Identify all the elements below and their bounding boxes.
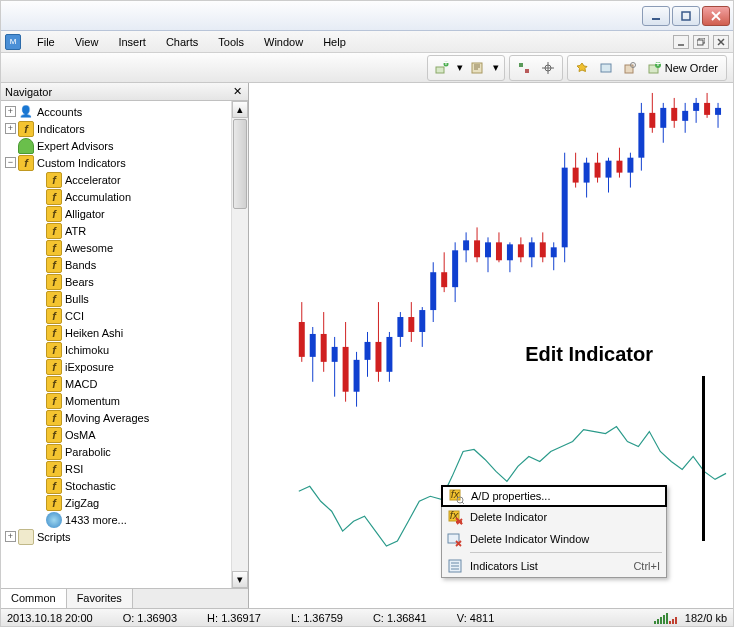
tree-item-bands[interactable]: fBands bbox=[1, 256, 248, 273]
tree-label: Bulls bbox=[65, 293, 89, 305]
menu-view[interactable]: View bbox=[65, 33, 109, 51]
tree-item-macd[interactable]: fMACD bbox=[1, 375, 248, 392]
expand-icon[interactable]: + bbox=[5, 106, 16, 117]
tree-item-osma[interactable]: fOsMA bbox=[1, 426, 248, 443]
tree-indicators[interactable]: +fIndicators bbox=[1, 120, 248, 137]
chart-area[interactable]: Edit Indicator fx A/D properties... fx D… bbox=[249, 83, 733, 608]
tree-item-bulls[interactable]: fBulls bbox=[1, 290, 248, 307]
svg-rect-13 bbox=[519, 63, 523, 67]
tree-scripts[interactable]: +Scripts bbox=[1, 528, 248, 545]
navigator-close-button[interactable]: ✕ bbox=[230, 85, 244, 99]
tree-item-cci[interactable]: fCCI bbox=[1, 307, 248, 324]
navigator-tab-common[interactable]: Common bbox=[1, 589, 67, 608]
navigator-tree[interactable]: +👤Accounts+fIndicatorsExpert Advisors−fC… bbox=[1, 101, 248, 588]
toolbar-strategy-button[interactable] bbox=[619, 58, 641, 78]
toolbar-expert-button[interactable] bbox=[571, 58, 593, 78]
svg-rect-35 bbox=[354, 360, 360, 392]
tree-item-awesome[interactable]: fAwesome bbox=[1, 239, 248, 256]
menu-bar: M File View Insert Charts Tools Window H… bbox=[1, 31, 733, 53]
tree-item-ichimoku[interactable]: fIchimoku bbox=[1, 341, 248, 358]
tree-label: iExposure bbox=[65, 361, 114, 373]
tree-more[interactable]: 1433 more... bbox=[1, 511, 248, 528]
scroll-up-button[interactable]: ▴ bbox=[232, 101, 248, 118]
svg-rect-43 bbox=[397, 317, 403, 337]
window-maximize-button[interactable] bbox=[672, 6, 700, 26]
toolbar-crosshair-button[interactable] bbox=[537, 58, 559, 78]
mdi-close-button[interactable] bbox=[713, 35, 729, 49]
menu-file[interactable]: File bbox=[27, 33, 65, 51]
expand-icon[interactable]: − bbox=[5, 157, 16, 168]
svg-rect-101 bbox=[715, 108, 721, 115]
menu-insert[interactable]: Insert bbox=[108, 33, 156, 51]
window-minimize-button[interactable] bbox=[642, 6, 670, 26]
toolbar-terminal-button[interactable] bbox=[595, 58, 617, 78]
tree-label: ATR bbox=[65, 225, 86, 237]
svg-line-105 bbox=[462, 502, 464, 504]
globe-icon bbox=[46, 512, 62, 528]
mdi-minimize-button[interactable] bbox=[673, 35, 689, 49]
ctx-indicators-list[interactable]: Indicators List Ctrl+I bbox=[442, 555, 666, 577]
fx-icon: f bbox=[46, 291, 62, 307]
scroll-down-button[interactable]: ▾ bbox=[232, 571, 248, 588]
svg-rect-67 bbox=[529, 242, 535, 257]
tree-item-parabolic[interactable]: fParabolic bbox=[1, 443, 248, 460]
menu-help[interactable]: Help bbox=[313, 33, 356, 51]
svg-rect-79 bbox=[595, 163, 601, 178]
toolbar-new-order-label: New Order bbox=[665, 62, 718, 74]
scroll-thumb[interactable] bbox=[233, 119, 247, 209]
window-close-button[interactable] bbox=[702, 6, 730, 26]
tree-item-accumulation[interactable]: fAccumulation bbox=[1, 188, 248, 205]
toolbar-new-order-button[interactable]: + New Order bbox=[642, 61, 724, 75]
toolbar-new-chart-dropdown[interactable]: ▾ bbox=[455, 58, 465, 78]
menu-tools[interactable]: Tools bbox=[208, 33, 254, 51]
tree-item-alligator[interactable]: fAlligator bbox=[1, 205, 248, 222]
mdi-restore-button[interactable] bbox=[693, 35, 709, 49]
tree-item-zigzag[interactable]: fZigZag bbox=[1, 494, 248, 511]
svg-rect-6 bbox=[697, 40, 703, 45]
status-high: H: 1.36917 bbox=[207, 612, 261, 624]
status-close: C: 1.36841 bbox=[373, 612, 427, 624]
svg-rect-83 bbox=[616, 161, 622, 173]
toolbar-profiles-dropdown[interactable]: ▾ bbox=[491, 58, 501, 78]
ctx-delete-window[interactable]: Delete Indicator Window bbox=[442, 528, 666, 550]
tree-item-iexposure[interactable]: fiExposure bbox=[1, 358, 248, 375]
toolbar-new-chart-button[interactable]: + bbox=[431, 58, 453, 78]
tree-item-atr[interactable]: fATR bbox=[1, 222, 248, 239]
status-bar: 2013.10.18 20:00 O: 1.36903 H: 1.36917 L… bbox=[1, 608, 733, 626]
hat-icon bbox=[18, 138, 34, 154]
ctx-delete-indicator[interactable]: fx Delete Indicator bbox=[442, 506, 666, 528]
navigator-scrollbar[interactable]: ▴ ▾ bbox=[231, 101, 248, 588]
context-menu: fx A/D properties... fx Delete Indicator… bbox=[441, 485, 667, 578]
toolbar-profiles-button[interactable] bbox=[467, 58, 489, 78]
svg-rect-33 bbox=[343, 347, 349, 392]
navigator-tab-favorites[interactable]: Favorites bbox=[67, 589, 133, 608]
svg-rect-89 bbox=[649, 113, 655, 128]
indicators-list-icon bbox=[446, 557, 464, 575]
tree-label: RSI bbox=[65, 463, 83, 475]
tree-item-rsi[interactable]: fRSI bbox=[1, 460, 248, 477]
svg-rect-19 bbox=[625, 65, 633, 73]
tree-item-accelerator[interactable]: fAccelerator bbox=[1, 171, 248, 188]
tree-item-heiken-ashi[interactable]: fHeiken Ashi bbox=[1, 324, 248, 341]
ctx-separator bbox=[470, 552, 662, 553]
menu-charts[interactable]: Charts bbox=[156, 33, 208, 51]
tree-custom-indicators[interactable]: −fCustom Indicators bbox=[1, 154, 248, 171]
menu-window[interactable]: Window bbox=[254, 33, 313, 51]
fx-icon: f bbox=[46, 240, 62, 256]
tree-label: Scripts bbox=[37, 531, 71, 543]
tree-item-moving-averages[interactable]: fMoving Averages bbox=[1, 409, 248, 426]
tree-item-momentum[interactable]: fMomentum bbox=[1, 392, 248, 409]
toolbar-cursor-button[interactable] bbox=[513, 58, 535, 78]
status-volume: V: 4811 bbox=[457, 612, 495, 624]
tree-item-stochastic[interactable]: fStochastic bbox=[1, 477, 248, 494]
expand-icon[interactable]: + bbox=[5, 123, 16, 134]
expand-icon[interactable]: + bbox=[5, 531, 16, 542]
tree-expert-advisors[interactable]: Expert Advisors bbox=[1, 137, 248, 154]
tree-accounts[interactable]: +👤Accounts bbox=[1, 103, 248, 120]
tree-item-bears[interactable]: fBears bbox=[1, 273, 248, 290]
fx-icon: f bbox=[46, 223, 62, 239]
toolbar: + ▾ ▾ + New Order bbox=[1, 53, 733, 83]
status-open: O: 1.36903 bbox=[123, 612, 177, 624]
ctx-properties[interactable]: fx A/D properties... bbox=[441, 485, 667, 507]
svg-rect-95 bbox=[682, 111, 688, 121]
